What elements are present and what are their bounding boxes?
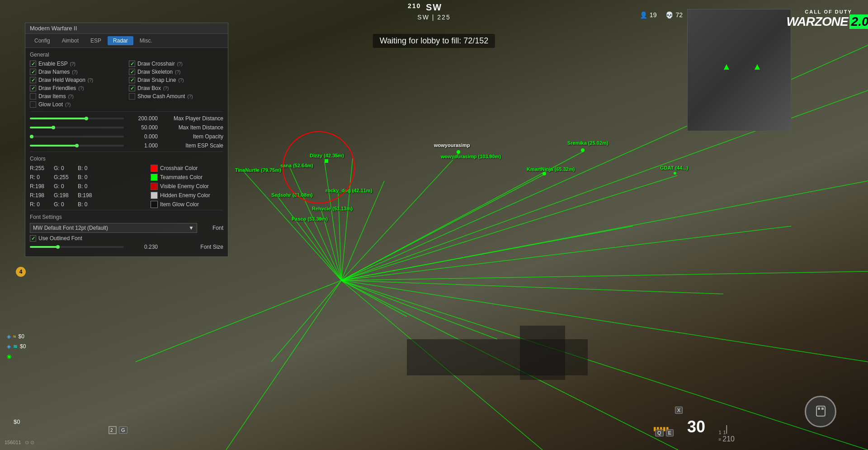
item-glow-swatch[interactable] xyxy=(151,201,158,208)
key-g[interactable]: G xyxy=(119,426,127,434)
svg-rect-1 xyxy=(818,407,820,410)
slider-max-player-dist: 200.000 Max Player Distance xyxy=(30,115,223,122)
font-dropdown[interactable]: MW Default Font 12pt (Default) ▼ xyxy=(30,223,197,233)
slider-track-3[interactable] xyxy=(30,136,124,137)
checkbox-draw-snap-line[interactable] xyxy=(129,77,135,83)
font-size-track[interactable] xyxy=(30,246,124,248)
dropdown-arrow-icon: ▼ xyxy=(189,225,194,231)
esp-label-pasco: Pasco (53.39m) xyxy=(292,216,328,222)
tab-config[interactable]: Config xyxy=(29,36,56,45)
esp-label-wowyourasimp-name: wowyourasimp xyxy=(434,142,470,148)
extra-ammo: 1 1 xyxy=(718,430,726,435)
teammates-swatch[interactable] xyxy=(151,174,158,181)
font-settings-title: Font Settings xyxy=(30,214,223,220)
checkbox-outlined-font[interactable] xyxy=(30,235,36,242)
help-enable-esp[interactable]: (?) xyxy=(70,62,75,66)
compass-sw: SW xyxy=(426,2,442,12)
help-draw-snap-line[interactable]: (?) xyxy=(178,78,184,83)
checkbox-draw-items[interactable] xyxy=(30,93,36,99)
slider-item-opacity: 0.000 Item Opacity xyxy=(30,133,223,140)
checkbox-draw-held-weapon[interactable] xyxy=(30,77,36,83)
slider-thumb-1[interactable] xyxy=(85,117,88,120)
key-e[interactable]: E xyxy=(666,429,674,436)
option-draw-items: Draw Items (?) xyxy=(30,93,124,99)
inv-icon-1: ◈ xyxy=(7,333,11,340)
color-row-visible-enemy: R:198 G: 0 B: 0 Visible Enemy Color xyxy=(30,183,223,190)
checkbox-show-cash[interactable] xyxy=(129,93,135,99)
visible-enemy-label: Visible Enemy Color xyxy=(160,183,223,189)
aimbot-circle xyxy=(283,131,355,204)
options-grid: Enable ESP (?) Draw Crosshair (?) Draw N… xyxy=(30,61,223,108)
tab-esp[interactable]: ESP xyxy=(85,36,107,45)
font-label: Font xyxy=(201,225,223,231)
slider-value-4: 1.000 xyxy=(126,142,158,149)
checkbox-enable-esp[interactable] xyxy=(30,61,36,67)
compass-direction: 210 SW SW | 225 xyxy=(426,2,442,13)
esp-label-sremika: Sremika (25.02m) xyxy=(567,140,609,146)
help-glow-loot[interactable]: (?) xyxy=(65,102,71,107)
help-draw-held-weapon[interactable]: (?) xyxy=(88,78,93,83)
warzone-logo: CALL OF DUTY WARZONE 2.0 xyxy=(793,9,863,29)
help-draw-box[interactable]: (?) xyxy=(163,86,169,91)
cod-text: CALL OF DUTY xyxy=(793,9,863,14)
checkbox-draw-crosshair[interactable] xyxy=(129,61,135,67)
color-row-item-glow: R: 0 G: 0 B: 0 Item Glow Color xyxy=(30,201,223,208)
general-section-title: General xyxy=(30,52,223,58)
esp-dot-dizzy xyxy=(325,159,328,163)
slider-value-3: 0.000 xyxy=(126,133,158,140)
option-draw-names: Draw Names (?) xyxy=(30,69,124,75)
hidden-b: B:198 xyxy=(78,192,98,199)
inventory-panel: ◈ ≈ $0 ◈ ≋ $0 ◉ xyxy=(7,333,26,360)
svg-rect-0 xyxy=(816,406,825,416)
slider-label-3: Item Opacity xyxy=(160,133,223,140)
config-panel: Modern Warfare II Config Aimbot ESP Rada… xyxy=(25,23,228,257)
key-x-button[interactable]: X xyxy=(675,406,683,414)
slider-track-1[interactable] xyxy=(30,118,124,119)
player-icon: 👤 xyxy=(640,11,647,19)
slider-thumb-3[interactable] xyxy=(30,135,33,138)
help-draw-skeleton[interactable]: (?) xyxy=(175,70,180,75)
visible-enemy-swatch[interactable] xyxy=(151,183,158,190)
font-size-thumb[interactable] xyxy=(56,245,60,249)
hidden-enemy-swatch[interactable] xyxy=(151,192,158,199)
inv-icon-3: ◉ xyxy=(7,353,11,360)
help-show-cash[interactable]: (?) xyxy=(187,94,193,99)
watermark-icons: ⊙ ⊙ xyxy=(25,440,34,445)
slider-label-1: Max Player Distance xyxy=(160,115,223,122)
checkbox-draw-box[interactable] xyxy=(129,85,135,91)
esp-label-rehvcie: Rehvcie (53.13m) xyxy=(312,206,353,211)
tab-misc[interactable]: Misc. xyxy=(134,36,158,45)
slider-thumb-2[interactable] xyxy=(52,126,55,129)
slider-label-2: Max Item Distance xyxy=(160,124,223,131)
checkbox-draw-friendlies[interactable] xyxy=(30,85,36,91)
tab-aimbot[interactable]: Aimbot xyxy=(57,36,84,45)
crosshair-r: R:255 xyxy=(30,165,50,171)
help-draw-names[interactable]: (?) xyxy=(72,70,77,75)
visible-g: G: 0 xyxy=(54,183,74,189)
crosshair-swatch[interactable] xyxy=(151,165,158,172)
checkbox-glow-loot[interactable] xyxy=(30,101,36,108)
skull-icon: 💀 xyxy=(665,11,673,19)
colors-title: Colors xyxy=(30,156,223,162)
option-draw-held-weapon: Draw Held Weapon (?) xyxy=(30,77,124,83)
glow-r: R: 0 xyxy=(30,201,50,208)
inv-item-2: ◈ ≋ $0 xyxy=(7,343,26,350)
key-q[interactable]: Q xyxy=(655,429,664,436)
help-draw-items[interactable]: (?) xyxy=(68,94,74,99)
round-action-button[interactable] xyxy=(805,396,836,427)
slider-track-4[interactable] xyxy=(30,145,124,147)
minimap-inner xyxy=(688,9,791,131)
option-show-cash: Show Cash Amount (?) xyxy=(129,93,223,99)
slider-thumb-4[interactable] xyxy=(75,144,79,147)
help-draw-friendlies[interactable]: (?) xyxy=(78,86,84,91)
checkbox-draw-names[interactable] xyxy=(30,69,36,75)
tab-radar[interactable]: Radar xyxy=(108,36,133,45)
color-row-crosshair: R:255 G: 0 B: 0 Crosshair Color xyxy=(30,165,223,172)
slider-value-1: 200.000 xyxy=(126,115,158,122)
minimap-player-arrow-2 xyxy=(755,64,760,70)
checkbox-draw-skeleton[interactable] xyxy=(129,69,135,75)
slider-track-2[interactable] xyxy=(30,127,124,128)
help-draw-crosshair[interactable]: (?) xyxy=(177,62,183,66)
esp-dot-sremika xyxy=(581,148,585,152)
teammates-color-label: Teammates Color xyxy=(160,174,223,180)
